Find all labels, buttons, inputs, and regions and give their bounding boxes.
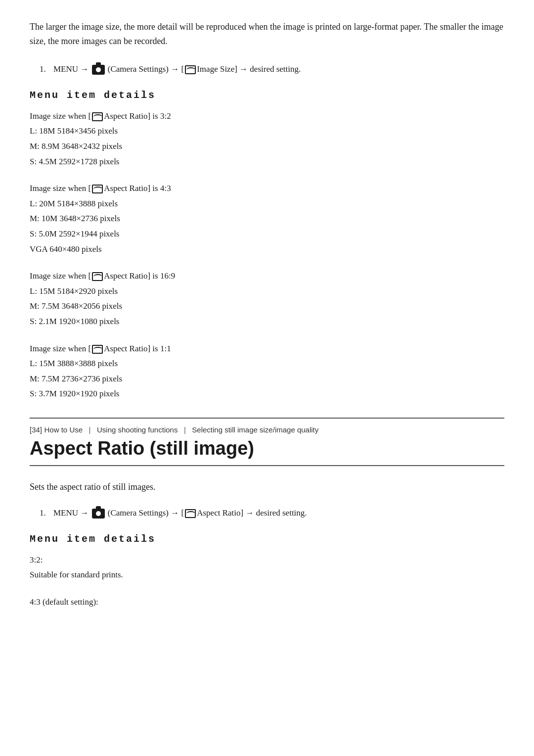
aspect-ratio-icon-instr <box>185 509 196 518</box>
breadcrumb-section3: Selecting still image size/image quality <box>192 425 318 434</box>
ratio-32-desc: Suitable for standard prints. <box>30 567 504 583</box>
first-instruction-step: 1. MENU → (Camera Settings) → [Image Siz… <box>40 62 504 76</box>
menu-item-details-heading-2: Menu item details <box>30 533 504 545</box>
detail-block-169: Image size when [Aspect Ratio] is 16:9 L… <box>30 269 504 329</box>
detail-line-11-3: S: 3.7M 1920×1920 pixels <box>30 386 504 402</box>
detail-block-32: Image size when [Aspect Ratio] is 3:2 L:… <box>30 109 504 169</box>
detail-line-169-3: S: 2.1M 1920×1080 pixels <box>30 314 504 330</box>
detail-block-ratio-32: 3:2: Suitable for standard prints. <box>30 553 504 583</box>
step-number-2: 1. <box>40 506 49 520</box>
bottom-divider <box>30 465 504 466</box>
breadcrumb-page-number: [34] <box>30 425 42 434</box>
image-size-icon <box>185 65 196 74</box>
step-number-1: 1. <box>40 62 49 76</box>
detail-line-43-1: L: 20M 5184×3888 pixels <box>30 196 504 212</box>
detail-line-32-3: S: 4.5M 2592×1728 pixels <box>30 154 504 170</box>
detail-line-169-2: M: 7.5M 3648×2056 pixels <box>30 299 504 314</box>
detail-line-43-4: VGA 640×480 pixels <box>30 242 504 257</box>
aspect-ratio-icon-169 <box>92 272 103 281</box>
intro-paragraph: The larger the image size, the more deta… <box>30 20 504 48</box>
detail-line-43-2: M: 10M 3648×2736 pixels <box>30 211 504 227</box>
breadcrumb: [34] How to Use | Using shooting functio… <box>30 425 504 435</box>
ratio-43-label: 4:3 (default setting): <box>30 595 504 610</box>
detail-block-11: Image size when [Aspect Ratio] is 1:1 L:… <box>30 341 504 402</box>
second-instruction-step: 1. MENU → (Camera Settings) → [Aspect Ra… <box>40 506 504 520</box>
aspect-ratio-icon-11 <box>92 345 103 354</box>
aspect-ratio-icon-43 <box>92 185 103 193</box>
detail-line-32-1: L: 18M 5184×3456 pixels <box>30 124 504 139</box>
breadcrumb-section2: Using shooting functions <box>97 425 178 434</box>
aspect-ratio-icon-32 <box>92 112 103 121</box>
breadcrumb-sep1: | <box>89 425 91 434</box>
detail-heading-169: Image size when [Aspect Ratio] is 16:9 <box>30 269 504 284</box>
sets-text: Sets the aspect ratio of still images. <box>30 480 504 494</box>
page-title: Aspect Ratio (still image) <box>30 438 504 459</box>
detail-heading-43: Image size when [Aspect Ratio] is 4:3 <box>30 181 504 196</box>
ratio-32-label: 3:2: <box>30 553 504 568</box>
camera-icon <box>92 65 105 75</box>
detail-heading-11: Image size when [Aspect Ratio] is 1:1 <box>30 341 504 357</box>
menu-item-details-heading: Menu item details <box>30 90 504 101</box>
detail-line-43-3: S: 5.0M 2592×1944 pixels <box>30 227 504 242</box>
detail-line-11-1: L: 15M 3888×3888 pixels <box>30 356 504 372</box>
instruction-text-2: MENU → (Camera Settings) → [Aspect Ratio… <box>53 506 307 520</box>
top-divider <box>30 418 504 419</box>
instruction-text-1: MENU → (Camera Settings) → [Image Size] … <box>53 62 301 76</box>
detail-block-43: Image size when [Aspect Ratio] is 4:3 L:… <box>30 181 504 257</box>
detail-block-ratio-43: 4:3 (default setting): <box>30 595 504 610</box>
breadcrumb-section1: How to Use <box>44 425 83 434</box>
breadcrumb-sep2: | <box>184 425 186 434</box>
detail-line-169-1: L: 15M 5184×2920 pixels <box>30 284 504 299</box>
camera-icon-2 <box>92 509 105 519</box>
detail-line-11-2: M: 7.5M 2736×2736 pixels <box>30 372 504 387</box>
detail-heading-32: Image size when [Aspect Ratio] is 3:2 <box>30 109 504 124</box>
detail-line-32-2: M: 8.9M 3648×2432 pixels <box>30 139 504 154</box>
